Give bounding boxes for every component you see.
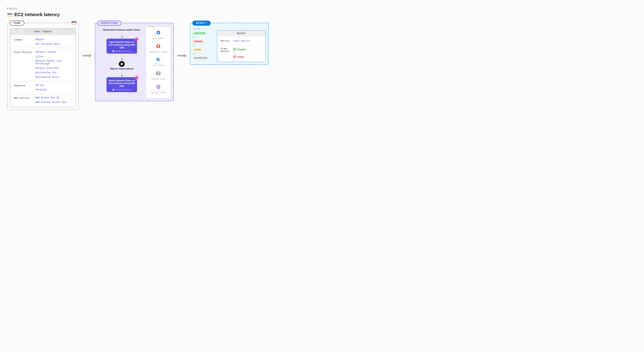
input-value: AWS Secrete Access Key: [36, 101, 72, 104]
output-card: Output Metrics chaos metrics Probe Resul…: [217, 30, 266, 62]
metrics-key: Metrics: [221, 40, 232, 42]
user-inputs-header: User Inputs: [10, 29, 76, 35]
probe-item: K8S PROBE: [148, 29, 169, 40]
k8s-icon: [154, 29, 162, 36]
probe-label: COMMAND PROBE: [151, 78, 166, 80]
lock-icon: ▲: [112, 89, 114, 91]
or-label: OR: [193, 44, 214, 47]
status-badge: QUEUED: [193, 48, 203, 52]
result-panel: RESULT STATUS COMPLETEDORERROREDORQUEUED…: [190, 23, 269, 65]
inject-step-card: Inject Network Chaos on EC2 instances us…: [106, 39, 137, 54]
input-value: Serial: [36, 84, 72, 86]
probe-item: SRM SLO PROBE: [148, 83, 169, 94]
http-icon: [154, 56, 162, 64]
input-section: Chaos DetailsNetwork LatencyJitterNetwor…: [12, 49, 74, 80]
diagram: TUNE aws User Inputs CommonRegionEC2 Ins…: [7, 23, 276, 110]
input-value: EC2 Instance ID(s): [36, 43, 72, 45]
aws-corner-icon: aws: [71, 20, 77, 25]
prom-icon: [154, 42, 162, 50]
status-label: STATUS: [193, 28, 214, 30]
passed-result: Passed: [233, 48, 246, 51]
arrow-icon: [82, 55, 91, 56]
cmd-icon: [154, 69, 162, 77]
page-header: Fault aws EC2 network latency: [7, 7, 276, 18]
or-label: OR: [193, 36, 214, 38]
revert-step-card: Revert Network Chaos on EC2 instances us…: [106, 77, 137, 92]
result-pill: RESULT: [192, 20, 210, 26]
section-label: Common: [14, 38, 34, 45]
or-label: OR: [233, 52, 246, 54]
section-label: AWS Secrets: [14, 96, 34, 104]
arrow-icon: [177, 55, 186, 56]
status-badge: ERRORED: [193, 40, 204, 43]
flow-arrow-icon: [122, 55, 122, 60]
input-section: SequenceSerialParallel: [12, 82, 74, 93]
or-label: OR: [193, 53, 214, 55]
probe-item: PROMETHEUS PROBE: [148, 42, 169, 54]
flow-arrow-icon: [122, 71, 122, 76]
input-value: Network Packet Loss Percentage: [36, 60, 72, 65]
input-value: Region: [36, 38, 72, 41]
status-badge: COMPLETED: [193, 32, 206, 35]
svg-rect-5: [156, 72, 160, 74]
failed-result: Failed: [233, 55, 246, 58]
input-section: CommonRegionEC2 Instance ID(s): [12, 36, 74, 47]
page-title: EC2 network latency: [14, 12, 60, 18]
probe-item: HTTP PROBE: [148, 56, 169, 67]
probe-label: PROMETHEUS PROBE: [149, 51, 168, 54]
input-value: Jitter: [36, 55, 72, 58]
section-label: Chaos Details: [14, 51, 34, 78]
input-value: AWS Access Key ID: [36, 96, 72, 99]
execution-panel: EXECUTION Derive EC2 instance under Chao…: [95, 23, 174, 101]
fault-label: Fault: [7, 7, 276, 10]
execution-pill: EXECUTION: [98, 20, 122, 26]
input-value: Destination IPs: [36, 71, 72, 74]
probe-label: HTTP PROBE: [152, 65, 164, 67]
svg-point-2: [158, 32, 159, 34]
tune-pill: TUNE: [10, 20, 24, 26]
lock-icon: ▲: [112, 50, 114, 52]
user-inputs-card: User Inputs CommonRegionEC2 Instance ID(…: [10, 28, 76, 107]
flow-arrow-icon: [122, 32, 122, 38]
input-value: Destination Hosts: [36, 76, 72, 78]
probes-label: PROBES: [148, 26, 156, 28]
srm-icon: [154, 83, 162, 91]
input-section: AWS SecretsAWS Access Key IDAWS Secrete …: [12, 94, 74, 106]
check-circle-icon: [233, 48, 236, 51]
clock-icon: [119, 61, 125, 67]
probe-label: K8S PROBE: [153, 38, 164, 40]
input-value: Network Latency: [36, 51, 72, 54]
probe-label: SRM SLO PROBE: [151, 92, 166, 94]
metrics-value: chaos metrics: [233, 40, 250, 42]
wait-step: Wait for Chaos Interval: [110, 68, 134, 70]
input-value: Parallel: [36, 88, 72, 91]
probe-item: COMMAND PROBE: [148, 69, 169, 80]
input-value: Network Interface: [36, 67, 72, 70]
status-badge: INCOMPLETED: [193, 56, 209, 60]
probe-results-key: Probe Results: [221, 48, 232, 58]
probes-panel: PROBES K8S PROBEPROMETHEUS PROBEHTTP PRO…: [146, 27, 171, 98]
aws-logo-icon: aws: [7, 12, 12, 17]
output-header: Output: [217, 30, 266, 36]
tune-panel: TUNE aws User Inputs CommonRegionEC2 Ins…: [7, 23, 79, 110]
section-label: Sequence: [14, 84, 34, 91]
x-circle-icon: [233, 55, 236, 58]
derive-step: Derive EC2 instance under Chaos: [103, 28, 140, 31]
